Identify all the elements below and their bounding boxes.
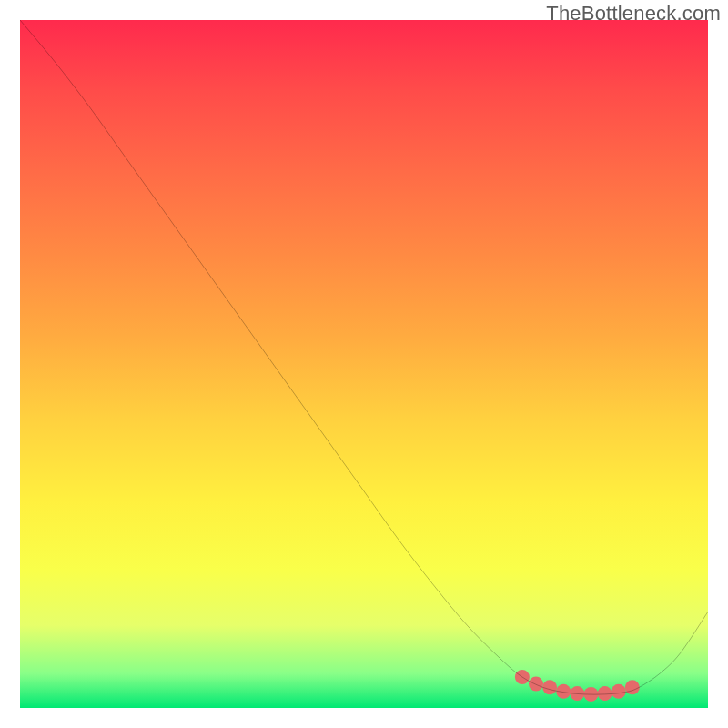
optimal-marker bbox=[556, 684, 571, 699]
optimal-marker bbox=[598, 686, 612, 701]
bottleneck-curve bbox=[20, 20, 708, 694]
chart-stage: TheBottleneck.com bbox=[0, 0, 728, 728]
optimal-marker bbox=[570, 686, 584, 701]
optimal-marker bbox=[529, 677, 543, 692]
optimal-band-markers bbox=[515, 670, 640, 702]
optimal-marker bbox=[542, 680, 557, 694]
optimal-marker bbox=[612, 684, 626, 699]
watermark-text: TheBottleneck.com bbox=[546, 2, 721, 25]
chart-svg bbox=[20, 20, 708, 708]
optimal-marker bbox=[625, 680, 640, 694]
